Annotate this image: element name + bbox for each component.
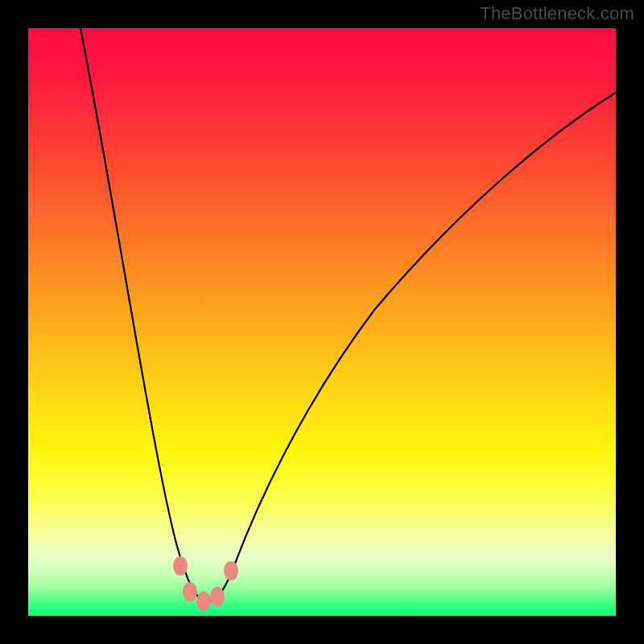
chart-stage: TheBottleneck.com bbox=[0, 0, 644, 644]
curve-marker bbox=[224, 561, 238, 580]
watermark-text: TheBottleneck.com bbox=[480, 3, 634, 24]
curve-marker bbox=[183, 582, 197, 601]
markers-layer bbox=[28, 28, 616, 616]
plot-area bbox=[28, 28, 616, 616]
curve-marker bbox=[210, 587, 225, 606]
curve-marker bbox=[173, 556, 188, 576]
curve-marker bbox=[196, 592, 211, 611]
